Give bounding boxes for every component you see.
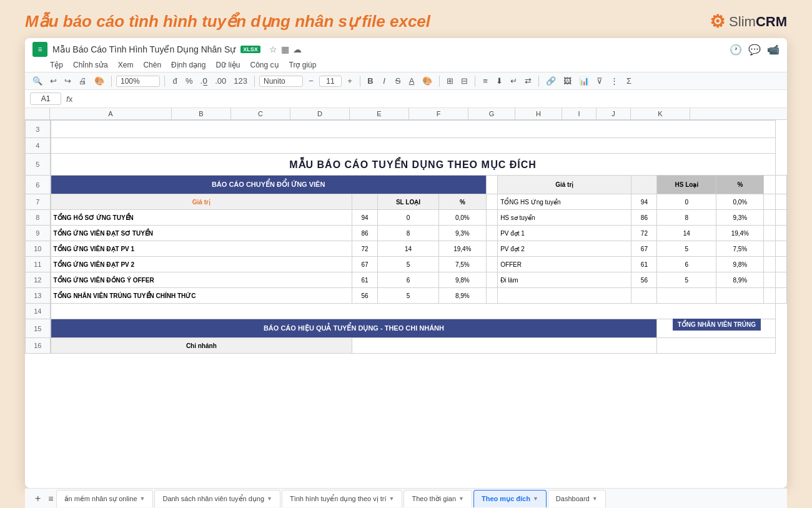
rt-r4-c1: 67 <box>631 241 657 257</box>
table-row: 10 TỔNG ỨNG VIÊN ĐẠT PV 1 72 14 19,4% PV… <box>26 241 787 257</box>
rt-r3-c0: PV đợt 1 <box>498 226 631 241</box>
rt-r2-c2: 8 <box>657 210 716 226</box>
formula-bar: A1 fx <box>25 90 787 108</box>
sep6 <box>475 76 475 87</box>
col-h-header[interactable]: H <box>515 108 562 119</box>
left-table-header: BÁO CÁO CHUYỂN ĐỔI ỨNG VIÊN <box>51 176 487 194</box>
bottom-table-header: BÁO CÁO HIỆU QUẢ TUYỂN DỤNG - THEO CHI N… <box>51 319 657 338</box>
fx-icon: fx <box>66 94 72 104</box>
rt-r3-c2: 14 <box>657 226 716 241</box>
lt-r2-c1: 86 <box>352 226 378 241</box>
menu-dinhhdang[interactable]: Định dạng <box>171 61 205 69</box>
percent-btn[interactable]: % <box>183 75 196 87</box>
num-btn[interactable]: 123 <box>231 75 250 87</box>
col-j-header[interactable]: J <box>597 108 631 119</box>
strike-btn[interactable]: S <box>392 75 404 87</box>
rt-col2: HS Loại <box>657 176 716 194</box>
paint-btn[interactable]: 🎨 <box>92 75 107 87</box>
cell-ref[interactable]: A1 <box>30 92 61 105</box>
rt-r5-c2: 6 <box>657 257 716 272</box>
menu-conghcu[interactable]: Công cụ <box>250 61 279 69</box>
underline-btn[interactable]: A <box>406 75 417 87</box>
row-num-16: 16 <box>26 338 51 354</box>
row-num-11: 11 <box>26 257 51 272</box>
col-f-header[interactable]: F <box>409 108 468 119</box>
menu-xem[interactable]: Xem <box>118 61 134 69</box>
filter-btn[interactable]: ⊽ <box>594 75 605 87</box>
minus-btn[interactable]: − <box>305 75 317 87</box>
lt-r6-c2: 5 <box>378 288 439 304</box>
sigma-btn[interactable]: Σ <box>623 75 635 87</box>
chart-btn[interactable]: 📊 <box>577 75 592 87</box>
rt-r4-c3: 7,5% <box>716 241 764 257</box>
table-row: 8 TỔNG HỒ SƠ ỨNG TUYỂN 94 0 0,0% HS sơ t… <box>26 210 787 226</box>
fontsize-selector[interactable]: 11 <box>319 76 342 87</box>
comment-icon[interactable]: 💬 <box>748 44 761 56</box>
video-icon[interactable]: 📹 <box>767 44 780 56</box>
rt-col3: % <box>716 176 764 194</box>
menu-trgiup[interactable]: Trợ giúp <box>289 61 317 69</box>
row-num-14: 14 <box>26 304 51 319</box>
row-num-13: 13 <box>26 288 51 304</box>
bold-btn[interactable]: B <box>365 75 376 87</box>
search-btn[interactable]: 🔍 <box>30 75 45 87</box>
menu-dullieu[interactable]: Dữ liệu <box>215 61 240 69</box>
dec-btn[interactable]: .0̲ <box>198 75 210 87</box>
row-num-12: 12 <box>26 272 51 288</box>
dec2-btn[interactable]: .00 <box>212 75 229 87</box>
rt-r1-c3: 0,0% <box>716 194 764 210</box>
textdir-btn[interactable]: ⇄ <box>522 75 534 87</box>
table-row: 3 <box>26 121 787 138</box>
logo-icon: ⚙ <box>710 11 725 32</box>
font-selector[interactable]: Nunito <box>259 76 303 87</box>
link-btn[interactable]: 🔗 <box>543 75 558 87</box>
cloud-icon[interactable]: ☁ <box>293 44 302 54</box>
plus-btn[interactable]: + <box>344 75 355 87</box>
menu-tep[interactable]: Tệp <box>50 61 63 69</box>
print-btn[interactable]: 🖨 <box>76 75 89 87</box>
history-icon[interactable]: 🕐 <box>730 44 742 56</box>
star-icon[interactable]: ☆ <box>269 44 277 54</box>
undo-btn[interactable]: ↩ <box>47 75 59 87</box>
col-g-header[interactable]: G <box>468 108 515 119</box>
zoom-selector[interactable]: 100% <box>116 76 160 87</box>
table-row: 6 BÁO CÁO CHUYỂN ĐỔI ỨNG VIÊN Giá trị HS… <box>26 176 787 194</box>
menu-chen[interactable]: Chèn <box>143 61 161 69</box>
col-c-header[interactable]: C <box>231 108 290 119</box>
border-btn[interactable]: ⊞ <box>444 75 456 87</box>
col-k-header[interactable]: K <box>631 108 690 119</box>
col-i-header[interactable]: I <box>562 108 597 119</box>
align-btn[interactable]: ≡ <box>480 75 491 87</box>
rt-col0: Giá trị <box>498 176 631 194</box>
lt-r1-c3: 0,0% <box>438 210 486 226</box>
chi-nhanh-header: Chi nhánh <box>51 338 352 354</box>
menu-chinhhsua[interactable]: Chỉnh sửa <box>73 61 108 69</box>
lt-r4-c3: 7,5% <box>438 257 486 272</box>
col-d-header[interactable]: D <box>290 108 350 119</box>
more-btn[interactable]: ⋮ <box>608 75 621 87</box>
img-btn[interactable]: 🖼 <box>561 75 574 87</box>
table-row: 7 Giá trị SL LOẠI % TỔNG HS Ứng tuyển 94… <box>26 194 787 210</box>
rt-r2-c0: HS sơ tuyển <box>498 210 631 226</box>
lt-r6-c3: 8,9% <box>438 288 486 304</box>
lt-r5-c2: 6 <box>378 272 439 288</box>
redo-btn[interactable]: ↪ <box>62 75 74 87</box>
merge-btn[interactable]: ⊟ <box>458 75 470 87</box>
col-e-header[interactable]: E <box>350 108 409 119</box>
italic-btn[interactable]: I <box>379 75 390 87</box>
page-title: Mẫu báo cáo tình hình tuyển dụng nhân sự… <box>25 12 430 31</box>
d-btn[interactable]: đ <box>169 75 181 87</box>
lt-r4-c0: TỔNG ỨNG VIÊN ĐẠT PV 2 <box>51 257 352 272</box>
row-num-7: 7 <box>26 194 51 210</box>
lt-r5-c3: 9,8% <box>438 272 486 288</box>
row-num-3: 3 <box>26 121 51 138</box>
valign-btn[interactable]: ⬇ <box>493 75 505 87</box>
color-btn[interactable]: 🎨 <box>420 75 435 87</box>
col-b-header[interactable]: B <box>172 108 231 119</box>
toolbar: 🔍 ↩ ↪ 🖨 🎨 100% đ % .0̲ .00 123 Nunito − … <box>25 72 787 90</box>
grid-icon[interactable]: ▦ <box>281 44 289 54</box>
col-a-header[interactable]: A <box>50 108 172 119</box>
wrap-btn[interactable]: ↵ <box>508 75 520 87</box>
lt-r3-c1: 72 <box>352 241 378 257</box>
sheets-icon: ≡ <box>32 42 47 57</box>
